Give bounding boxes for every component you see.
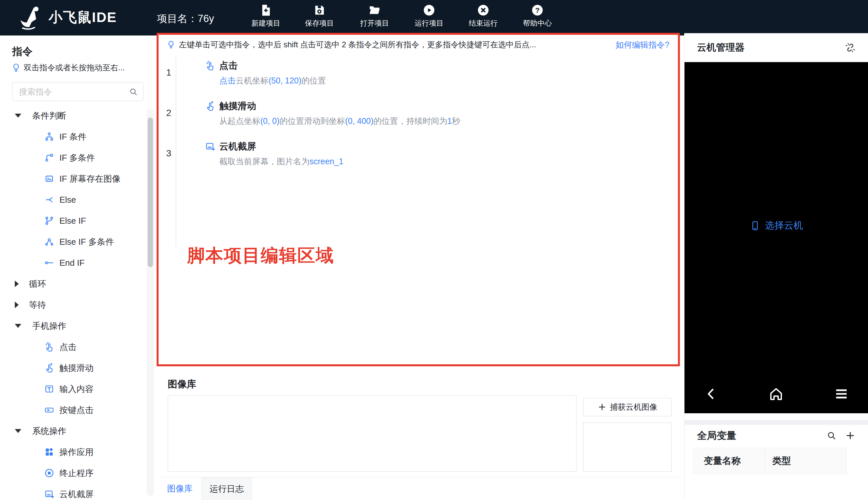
select-device-button[interactable]: 选择云机 <box>684 219 868 232</box>
capture-device-image-button[interactable]: 捕获云机图像 <box>583 398 672 416</box>
desc-part: 点击 <box>219 76 236 85</box>
search-input[interactable] <box>12 82 143 101</box>
project-name-label: 项目名：76y <box>157 12 214 26</box>
toolbar-button-label: 运行项目 <box>415 19 444 28</box>
tree-item-label: End IF <box>59 258 85 268</box>
tree-item-if-screen-image[interactable]: IF 屏幕存在图像 <box>0 168 157 189</box>
how-to-edit-link[interactable]: 如何编辑指令? <box>615 39 669 50</box>
sidebar-scrollbar-track[interactable] <box>147 109 154 496</box>
instruction-row-1[interactable]: 1 点击 点击云机坐标(50, 120)的位置 <box>159 59 678 96</box>
instruction-description: 从起点坐标(0, 0)的位置滑动到坐标(0, 400)的位置，持续时间为1秒 <box>219 115 460 126</box>
search-icon[interactable] <box>129 87 138 96</box>
tree-item-end-if[interactable]: End IF <box>0 252 157 273</box>
tree-item-device-screenshot[interactable]: 云机截屏 <box>0 484 157 500</box>
tree-item-tap[interactable]: 点击 <box>0 337 157 357</box>
tree-item-else-if-multi[interactable]: Else IF 多条件 <box>0 231 157 252</box>
device-manager-panel: 云机管理器 选择云机 全局变量 变量名称 类型 <box>684 33 868 500</box>
tree-item-label: 操作应用 <box>59 446 94 458</box>
device-screenshot-icon <box>205 141 215 152</box>
run-project-icon <box>423 4 435 16</box>
tree-group-loop[interactable]: 循环 <box>0 273 157 294</box>
touch-swipe-icon <box>205 101 215 111</box>
chevron-right-icon <box>15 302 19 308</box>
device-nav-bar <box>684 386 868 402</box>
tree-item-terminate-program[interactable]: 终止程序 <box>0 463 157 484</box>
tree-item-label: Else IF <box>59 216 86 226</box>
image-preview-box <box>583 422 672 472</box>
add-variable-icon[interactable] <box>845 430 856 441</box>
app-logo-icon <box>17 4 44 31</box>
touch-swipe-icon <box>44 363 55 373</box>
tree-group-wait[interactable]: 等待 <box>0 294 157 315</box>
tree-item-label: Else IF 多条件 <box>59 236 114 248</box>
home-icon[interactable] <box>768 386 784 402</box>
lightbulb-icon <box>166 40 176 49</box>
tab-run-log[interactable]: 运行日志 <box>201 477 252 500</box>
tree-item-label: 云机截屏 <box>59 489 94 500</box>
tree-item-else[interactable]: Else <box>0 189 157 210</box>
else-if-icon <box>44 216 55 226</box>
global-variables-title: 全局变量 <box>697 429 736 443</box>
search-variable-icon[interactable] <box>826 431 836 441</box>
help-center-icon <box>531 4 544 16</box>
tree-item-label: 点击 <box>59 341 77 353</box>
search-box <box>12 82 143 101</box>
stop-run-button[interactable]: 结束运行 <box>455 4 511 28</box>
menu-icon[interactable] <box>834 386 849 402</box>
else-if-multi-icon <box>44 237 55 247</box>
new-project-icon <box>260 4 272 16</box>
phone-icon <box>750 220 760 231</box>
input-text-icon <box>44 384 55 394</box>
instruction-row-2[interactable]: 2 触摸滑动 从起点坐标(0, 0)的位置滑动到坐标(0, 400)的位置，持续… <box>159 100 678 137</box>
toolbar-button-label: 打开项目 <box>360 19 389 28</box>
desc-part: 的位置，持续时间为 <box>374 116 447 125</box>
script-editor-area[interactable]: 左键单击可选中指令，选中后 shift 点击可选中 2 条指令之间所有指令，更多… <box>156 33 680 366</box>
column-variable-type: 类型 <box>765 448 846 474</box>
back-icon[interactable] <box>704 386 719 401</box>
chevron-right-icon <box>15 281 19 287</box>
instruction-row-3[interactable]: 3 云机截屏 截取当前屏幕，图片名为screen_1 <box>159 140 678 177</box>
help-center-button[interactable]: 帮助中心 <box>509 4 565 28</box>
desc-part: 从起点坐标 <box>219 116 260 125</box>
tree-item-touch-swipe[interactable]: 触摸滑动 <box>0 357 157 378</box>
save-project-icon <box>313 4 326 16</box>
tree-group-condition-judge[interactable]: 条件判断 <box>0 105 157 126</box>
tree-item-label: 按键点击 <box>59 405 94 416</box>
desc-part: 1 <box>447 116 452 125</box>
open-project-button[interactable]: 打开项目 <box>347 4 402 28</box>
device-screen[interactable]: 选择云机 <box>684 62 868 413</box>
tree-item-label: IF 多条件 <box>59 152 95 163</box>
instruction-tree: 条件判断 IF 条件 IF 多条件 IF 屏幕存在图像 Else Else IF <box>0 105 157 500</box>
desc-part: 的位置滑动到坐标 <box>279 116 345 125</box>
tree-item-else-if[interactable]: Else IF <box>0 210 157 231</box>
tree-item-input-text[interactable]: 输入内容 <box>0 378 157 399</box>
annotation-watermark: 脚本项目编辑区域 <box>187 244 334 268</box>
new-project-button[interactable]: 新建项目 <box>238 4 294 28</box>
tree-item-label: 触摸滑动 <box>59 362 94 374</box>
select-device-label: 选择云机 <box>765 219 803 232</box>
app-logo-text: 小飞鼠IDE <box>49 8 117 26</box>
run-project-button[interactable]: 运行项目 <box>401 4 457 28</box>
chevron-down-icon <box>15 114 21 117</box>
sidebar-hint: 双击指令或者长按拖动至右... <box>11 62 125 73</box>
tree-item-if-multi-condition[interactable]: IF 多条件 <box>0 147 157 168</box>
save-project-button[interactable]: 保存项目 <box>292 4 347 28</box>
if-condition-icon <box>44 132 55 142</box>
tree-group-phone-ops[interactable]: 手机操作 <box>0 315 157 337</box>
top-bar: 小飞鼠IDE 项目名：76y 新建项目 保存项目 打开项目 运行项目 结束运行 … <box>0 0 868 35</box>
tab-image-library[interactable]: 图像库 <box>159 477 201 500</box>
if-multi-condition-icon <box>44 152 55 163</box>
desc-part: (0, 400) <box>345 116 373 125</box>
editor-tip-text: 左键单击可选中指令，选中后 shift 点击可选中 2 条指令之间所有指令，更多… <box>179 39 536 50</box>
toolbar-button-label: 保存项目 <box>305 19 334 28</box>
global-variables-header: 全局变量 <box>684 426 868 445</box>
tree-item-app-operate[interactable]: 操作应用 <box>0 442 157 463</box>
tree-item-key-press[interactable]: 按键点击 <box>0 399 157 420</box>
disconnect-icon[interactable] <box>845 42 856 53</box>
tree-item-if-condition[interactable]: IF 条件 <box>0 126 157 147</box>
tree-group-system-ops[interactable]: 系统操作 <box>0 420 157 442</box>
if-screen-image-icon <box>44 173 55 184</box>
instruction-title: 点击 <box>219 59 238 72</box>
tree-item-label: 终止程序 <box>59 467 94 479</box>
sidebar-scrollbar-thumb[interactable] <box>148 117 153 267</box>
